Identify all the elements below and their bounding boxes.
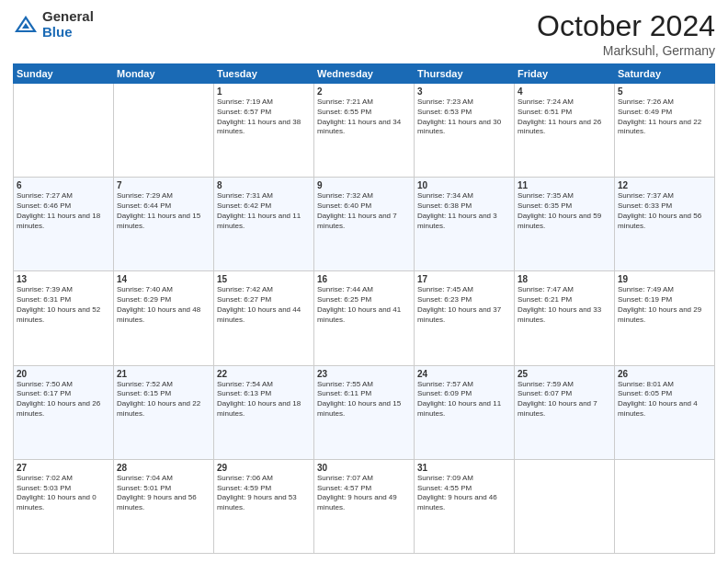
day-number: 10 — [417, 180, 511, 190]
logo-blue-text: Blue — [42, 25, 94, 40]
cell-content: Sunrise: 7:02 AMSunset: 5:03 PMDaylight:… — [17, 474, 110, 513]
day-number: 7 — [117, 180, 210, 190]
calendar-cell: 8Sunrise: 7:31 AMSunset: 6:42 PMDaylight… — [214, 178, 314, 271]
calendar-cell: 1Sunrise: 7:19 AMSunset: 6:57 PMDaylight… — [214, 84, 314, 178]
day-number: 21 — [117, 369, 210, 379]
cell-content: Sunrise: 7:19 AMSunset: 6:57 PMDaylight:… — [217, 98, 311, 137]
day-number: 31 — [417, 463, 511, 473]
calendar-cell — [14, 84, 114, 178]
day-number: 15 — [217, 274, 311, 284]
day-number: 18 — [518, 274, 611, 284]
col-sunday: Sunday — [14, 64, 114, 84]
calendar-cell: 11Sunrise: 7:35 AMSunset: 6:35 PMDayligh… — [515, 178, 615, 271]
day-number: 26 — [618, 369, 711, 379]
cell-content: Sunrise: 7:04 AMSunset: 5:01 PMDaylight:… — [117, 474, 210, 513]
cell-content: Sunrise: 7:29 AMSunset: 6:44 PMDaylight:… — [117, 191, 210, 231]
cell-content: Sunrise: 7:07 AMSunset: 4:57 PMDaylight:… — [317, 474, 411, 513]
title-area: October 2024 Marksuhl, Germany — [537, 9, 715, 58]
calendar-cell — [114, 84, 214, 178]
week-row-2: 6Sunrise: 7:27 AMSunset: 6:46 PMDaylight… — [14, 178, 715, 271]
day-number: 24 — [417, 369, 511, 379]
cell-content: Sunrise: 7:45 AMSunset: 6:23 PMDaylight:… — [417, 285, 511, 325]
logo-general-text: General — [42, 9, 94, 25]
cell-content: Sunrise: 7:31 AMSunset: 6:42 PMDaylight:… — [217, 191, 311, 231]
day-number: 1 — [217, 86, 311, 97]
col-monday: Monday — [114, 64, 214, 84]
calendar-cell: 27Sunrise: 7:02 AMSunset: 5:03 PMDayligh… — [14, 459, 114, 553]
day-number: 3 — [417, 86, 511, 97]
day-number: 28 — [117, 463, 210, 473]
calendar-cell — [515, 459, 615, 553]
cell-content: Sunrise: 7:47 AMSunset: 6:21 PMDaylight:… — [518, 285, 611, 325]
calendar-cell: 18Sunrise: 7:47 AMSunset: 6:21 PMDayligh… — [515, 271, 615, 365]
calendar-header-row: Sunday Monday Tuesday Wednesday Thursday… — [14, 64, 715, 84]
calendar-table: Sunday Monday Tuesday Wednesday Thursday… — [13, 63, 715, 554]
calendar-cell: 4Sunrise: 7:24 AMSunset: 6:51 PMDaylight… — [515, 84, 615, 178]
day-number: 14 — [117, 274, 210, 284]
calendar-cell: 20Sunrise: 7:50 AMSunset: 6:17 PMDayligh… — [14, 365, 114, 459]
calendar-cell: 6Sunrise: 7:27 AMSunset: 6:46 PMDaylight… — [14, 178, 114, 271]
calendar-cell: 13Sunrise: 7:39 AMSunset: 6:31 PMDayligh… — [14, 271, 114, 365]
calendar-cell: 22Sunrise: 7:54 AMSunset: 6:13 PMDayligh… — [214, 365, 314, 459]
cell-content: Sunrise: 7:55 AMSunset: 6:11 PMDaylight:… — [317, 380, 411, 419]
cell-content: Sunrise: 7:27 AMSunset: 6:46 PMDaylight:… — [17, 191, 110, 231]
day-number: 2 — [317, 86, 411, 97]
cell-content: Sunrise: 7:39 AMSunset: 6:31 PMDaylight:… — [17, 285, 110, 325]
calendar-cell: 17Sunrise: 7:45 AMSunset: 6:23 PMDayligh… — [415, 271, 515, 365]
calendar-cell: 12Sunrise: 7:37 AMSunset: 6:33 PMDayligh… — [615, 178, 715, 271]
col-wednesday: Wednesday — [314, 64, 415, 84]
cell-content: Sunrise: 7:32 AMSunset: 6:40 PMDaylight:… — [317, 191, 411, 231]
calendar-cell: 29Sunrise: 7:06 AMSunset: 4:59 PMDayligh… — [214, 459, 314, 553]
col-saturday: Saturday — [615, 64, 715, 84]
day-number: 27 — [17, 463, 110, 473]
calendar-cell: 15Sunrise: 7:42 AMSunset: 6:27 PMDayligh… — [214, 271, 314, 365]
cell-content: Sunrise: 7:35 AMSunset: 6:35 PMDaylight:… — [518, 191, 611, 231]
cell-content: Sunrise: 7:59 AMSunset: 6:07 PMDaylight:… — [518, 380, 611, 419]
cell-content: Sunrise: 7:09 AMSunset: 4:55 PMDaylight:… — [417, 474, 511, 513]
day-number: 13 — [17, 274, 110, 284]
cell-content: Sunrise: 7:52 AMSunset: 6:15 PMDaylight:… — [117, 380, 210, 419]
calendar-cell: 25Sunrise: 7:59 AMSunset: 6:07 PMDayligh… — [515, 365, 615, 459]
day-number: 12 — [618, 180, 711, 190]
logo-text: General Blue — [42, 9, 94, 40]
calendar-cell: 24Sunrise: 7:57 AMSunset: 6:09 PMDayligh… — [415, 365, 515, 459]
calendar-cell: 10Sunrise: 7:34 AMSunset: 6:38 PMDayligh… — [415, 178, 515, 271]
calendar-cell: 16Sunrise: 7:44 AMSunset: 6:25 PMDayligh… — [314, 271, 415, 365]
day-number: 23 — [317, 369, 411, 379]
day-number: 8 — [217, 180, 311, 190]
calendar-cell: 21Sunrise: 7:52 AMSunset: 6:15 PMDayligh… — [114, 365, 214, 459]
calendar-cell: 14Sunrise: 7:40 AMSunset: 6:29 PMDayligh… — [114, 271, 214, 365]
day-number: 22 — [217, 369, 311, 379]
cell-content: Sunrise: 7:49 AMSunset: 6:19 PMDaylight:… — [618, 285, 711, 325]
day-number: 5 — [618, 86, 711, 97]
calendar-cell: 5Sunrise: 7:26 AMSunset: 6:49 PMDaylight… — [615, 84, 715, 178]
day-number: 4 — [518, 86, 611, 97]
day-number: 11 — [518, 180, 611, 190]
cell-content: Sunrise: 7:26 AMSunset: 6:49 PMDaylight:… — [618, 98, 711, 137]
cell-content: Sunrise: 7:06 AMSunset: 4:59 PMDaylight:… — [217, 474, 311, 513]
calendar-cell: 2Sunrise: 7:21 AMSunset: 6:55 PMDaylight… — [314, 84, 415, 178]
cell-content: Sunrise: 7:50 AMSunset: 6:17 PMDaylight:… — [17, 380, 110, 419]
calendar-cell: 26Sunrise: 8:01 AMSunset: 6:05 PMDayligh… — [615, 365, 715, 459]
location: Marksuhl, Germany — [537, 43, 715, 58]
day-number: 17 — [417, 274, 511, 284]
cell-content: Sunrise: 7:42 AMSunset: 6:27 PMDaylight:… — [217, 285, 311, 325]
cell-content: Sunrise: 8:01 AMSunset: 6:05 PMDaylight:… — [618, 380, 711, 419]
cell-content: Sunrise: 7:34 AMSunset: 6:38 PMDaylight:… — [417, 191, 511, 231]
month-title: October 2024 — [537, 9, 715, 43]
day-number: 29 — [217, 463, 311, 473]
day-number: 20 — [17, 369, 110, 379]
col-thursday: Thursday — [415, 64, 515, 84]
week-row-4: 20Sunrise: 7:50 AMSunset: 6:17 PMDayligh… — [14, 365, 715, 459]
calendar-cell: 19Sunrise: 7:49 AMSunset: 6:19 PMDayligh… — [615, 271, 715, 365]
col-tuesday: Tuesday — [214, 64, 314, 84]
day-number: 25 — [518, 369, 611, 379]
week-row-3: 13Sunrise: 7:39 AMSunset: 6:31 PMDayligh… — [14, 271, 715, 365]
cell-content: Sunrise: 7:54 AMSunset: 6:13 PMDaylight:… — [217, 380, 311, 419]
cell-content: Sunrise: 7:57 AMSunset: 6:09 PMDaylight:… — [417, 380, 511, 419]
calendar-cell — [615, 459, 715, 553]
day-number: 19 — [618, 274, 711, 284]
day-number: 30 — [317, 463, 411, 473]
cell-content: Sunrise: 7:40 AMSunset: 6:29 PMDaylight:… — [117, 285, 210, 325]
col-friday: Friday — [515, 64, 615, 84]
